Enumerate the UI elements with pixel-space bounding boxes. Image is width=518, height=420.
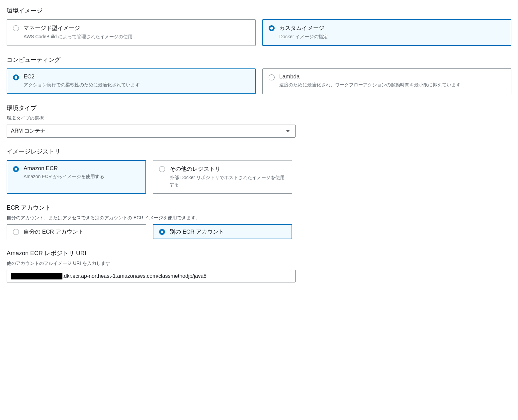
registry-option-other[interactable]: その他のレジストリ 外部 Docker リポジトリでホストされたイメージを使用す… <box>153 160 292 194</box>
ecr-account-heading: ECR アカウント <box>7 204 511 212</box>
tile-desc: 外部 Docker リポジトリでホストされたイメージを使用する <box>170 174 286 188</box>
tile-title: その他のレジストリ <box>170 165 286 173</box>
radio-icon <box>13 25 19 31</box>
tile-title: EC2 <box>24 73 249 80</box>
ecr-repo-uri-section: Amazon ECR レポジトリ URI 他のアカウントのフルイメージ URI … <box>7 249 511 282</box>
tile-desc: AWS CodeBuild によって管理されたイメージの使用 <box>24 33 249 40</box>
computing-option-ec2[interactable]: EC2 アクション実行での柔軟性のために最適化されています <box>7 68 256 94</box>
tile-body: カスタムイメージ Docker イメージの指定 <box>279 24 505 40</box>
environment-image-options: マネージド型イメージ AWS CodeBuild によって管理されたイメージの使… <box>7 19 511 46</box>
ecr-account-option-other[interactable]: 別の ECR アカウント <box>153 224 292 239</box>
ecr-repo-uri-heading: Amazon ECR レポジトリ URI <box>7 249 511 257</box>
radio-icon <box>13 74 19 80</box>
registry-option-ecr[interactable]: Amazon ECR Amazon ECR からイメージを使用する <box>7 160 146 194</box>
radio-icon <box>13 229 19 235</box>
ecr-repo-uri-subtitle: 他のアカウントのフルイメージ URI を入力します <box>7 261 511 266</box>
computing-option-lambda[interactable]: Lambda 速度のために最適化され、ワークフローアクションの起動時間を最小限に… <box>262 68 511 94</box>
environment-type-section: 環境タイプ 環境タイプの選択 ARM コンテナ <box>7 104 511 138</box>
tile-body: マネージド型イメージ AWS CodeBuild によって管理されたイメージの使… <box>24 24 249 40</box>
computing-heading: コンピューティング <box>7 56 511 64</box>
ecr-account-options: 自分の ECR アカウント 別の ECR アカウント <box>7 224 511 239</box>
tile-body: Lambda 速度のために最適化され、ワークフローアクションの起動時間を最小限に… <box>279 73 505 88</box>
tile-title: カスタムイメージ <box>279 24 505 32</box>
radio-icon <box>13 166 19 172</box>
environment-type-select[interactable]: ARM コンテナ <box>7 125 296 138</box>
tile-desc: Amazon ECR からイメージを使用する <box>24 173 140 180</box>
ecr-account-section: ECR アカウント 自分のアカウント、またはアクセスできる別のアカウントの EC… <box>7 204 511 239</box>
env-image-option-custom[interactable]: カスタムイメージ Docker イメージの指定 <box>262 19 511 46</box>
radio-icon <box>159 166 165 172</box>
uri-suffix: .dkr.ecr.ap-northeast-1.amazonaws.com/cl… <box>62 273 207 279</box>
tile-title: マネージド型イメージ <box>24 24 249 32</box>
radio-icon <box>159 229 165 235</box>
environment-image-heading: 環境イメージ <box>7 7 511 15</box>
tile-desc: 速度のために最適化され、ワークフローアクションの起動時間を最小限に抑えています <box>279 81 505 88</box>
tile-label: 自分の ECR アカウント <box>24 228 84 236</box>
env-image-option-managed[interactable]: マネージド型イメージ AWS CodeBuild によって管理されたイメージの使… <box>7 19 256 46</box>
computing-options: EC2 アクション実行での柔軟性のために最適化されています Lambda 速度の… <box>7 68 511 94</box>
environment-image-section: 環境イメージ マネージド型イメージ AWS CodeBuild によって管理され… <box>7 7 511 46</box>
select-value: ARM コンテナ <box>7 125 296 138</box>
tile-body: EC2 アクション実行での柔軟性のために最適化されています <box>24 73 249 88</box>
ecr-account-option-own[interactable]: 自分の ECR アカウント <box>7 224 146 239</box>
redacted-account-id <box>11 273 62 279</box>
radio-icon <box>269 25 275 31</box>
environment-type-subtitle: 環境タイプの選択 <box>7 115 511 121</box>
image-registry-section: イメージレジストリ Amazon ECR Amazon ECR からイメージを使… <box>7 148 511 194</box>
tile-desc: アクション実行での柔軟性のために最適化されています <box>24 81 249 88</box>
tile-body: その他のレジストリ 外部 Docker リポジトリでホストされたイメージを使用す… <box>170 165 286 188</box>
image-registry-heading: イメージレジストリ <box>7 148 511 156</box>
environment-type-heading: 環境タイプ <box>7 104 511 112</box>
image-registry-options: Amazon ECR Amazon ECR からイメージを使用する その他のレジ… <box>7 160 511 194</box>
ecr-repo-uri-input[interactable]: .dkr.ecr.ap-northeast-1.amazonaws.com/cl… <box>7 270 296 282</box>
ecr-account-subtitle: 自分のアカウント、またはアクセスできる別のアカウントの ECR イメージを使用で… <box>7 215 511 221</box>
tile-title: Lambda <box>279 73 505 80</box>
tile-body: Amazon ECR Amazon ECR からイメージを使用する <box>24 165 140 180</box>
tile-label: 別の ECR アカウント <box>170 228 224 236</box>
tile-desc: Docker イメージの指定 <box>279 33 505 40</box>
radio-icon <box>269 74 275 80</box>
tile-title: Amazon ECR <box>24 165 140 172</box>
computing-section: コンピューティング EC2 アクション実行での柔軟性のために最適化されています … <box>7 56 511 94</box>
